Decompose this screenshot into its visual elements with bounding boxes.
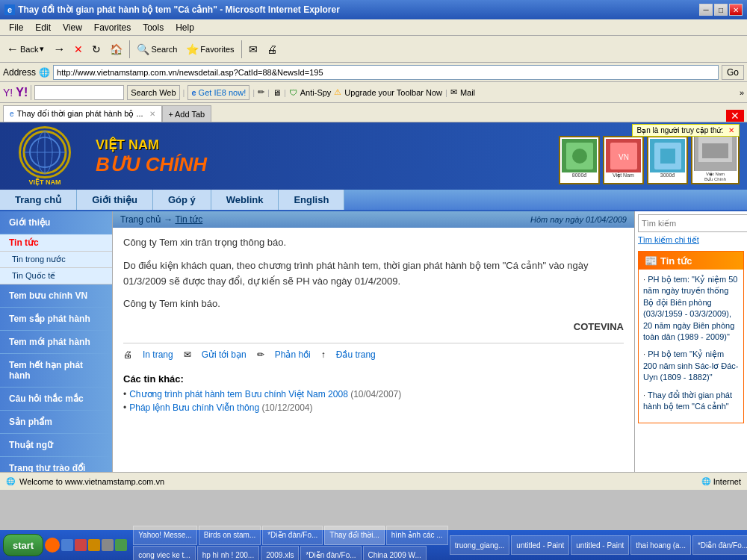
taskbar-app-dien-dan-3[interactable]: *Diễn đàn/Fo... bbox=[692, 535, 747, 555]
maximize-button[interactable]: □ bbox=[714, 4, 728, 16]
address-input[interactable] bbox=[53, 65, 719, 80]
add-tab-button[interactable]: + Add Tab bbox=[162, 105, 212, 122]
stop-button[interactable]: ✕ bbox=[70, 41, 87, 57]
sidebar-tin-quoc-te[interactable]: Tin Quốc tế bbox=[0, 268, 112, 284]
yahoo-search-web-button[interactable]: Search Web bbox=[127, 85, 179, 100]
nav-weblink[interactable]: Weblink bbox=[211, 190, 279, 210]
favorites-button[interactable]: ⭐ Favorites bbox=[182, 41, 238, 57]
home-button[interactable]: 🏠 bbox=[106, 41, 126, 57]
nav-gioi-thieu[interactable]: Giới thiệu bbox=[77, 190, 153, 210]
svg-point-6 bbox=[572, 149, 587, 164]
sidebar-tin-trong-nuoc[interactable]: Tin trong nước bbox=[0, 252, 112, 268]
news-link-2[interactable]: PH bộ tem "Kỷ niệm 200 năm sinh Sác-lơ Đ… bbox=[643, 349, 738, 382]
refresh-button[interactable]: ↻ bbox=[88, 41, 105, 57]
window-title-bar: e Thay đổi thời gian phát hành bộ tem "C… bbox=[0, 0, 747, 19]
menu-help[interactable]: Help bbox=[170, 21, 200, 34]
sidebar-san-pham[interactable]: Sản phẩm bbox=[0, 411, 112, 434]
back-button[interactable]: ← Back ▾ bbox=[3, 40, 48, 58]
nav-english[interactable]: English bbox=[279, 190, 344, 210]
taskbar-app-thay-doi[interactable]: Thay đổi thời... bbox=[324, 526, 384, 545]
sidebar-gioi-thieu[interactable]: Giới thiệu bbox=[0, 211, 112, 234]
taskbar-row-3: truong_giang... untitled - Paint untitle… bbox=[450, 535, 747, 555]
minimize-button[interactable]: ─ bbox=[699, 4, 713, 16]
news-link-3[interactable]: Thay đổi thời gian phát hành bộ tem "Cá … bbox=[643, 391, 732, 411]
news-panel: 📰 Tin tức PH bộ tem: "Kỷ niệm 50 năm ngà… bbox=[638, 251, 744, 423]
go-button[interactable]: Go bbox=[722, 65, 744, 80]
taskbar-app-birds[interactable]: Birds on stam... bbox=[199, 526, 261, 545]
taskbar-app-excel[interactable]: 2009.xls bbox=[261, 546, 299, 561]
mail-button[interactable]: ✉ bbox=[245, 41, 261, 57]
taskbar-icon-4[interactable] bbox=[102, 539, 114, 551]
sidebar-trang-thu[interactable]: Trang thư trào đổi bbox=[0, 457, 112, 472]
breadcrumb-bar: Trang chủ → Tin tức Hôm nay ngày 01/04/2… bbox=[113, 211, 634, 228]
search-button[interactable]: 🔍 Search bbox=[133, 41, 181, 57]
top-link[interactable]: Đầu trang bbox=[336, 349, 376, 360]
search-input[interactable] bbox=[638, 214, 747, 232]
tab-close-icon[interactable]: ✕ bbox=[149, 110, 155, 118]
taskbar-app-hinh-anh[interactable]: hình ảnh các ... bbox=[386, 526, 448, 545]
taskbar-app-paint-1[interactable]: untitled - Paint bbox=[511, 535, 569, 555]
related-item-2: • Pháp lệnh Bưu chính Viễn thông (10/12/… bbox=[123, 402, 624, 413]
taskbar-icon-5[interactable] bbox=[115, 539, 127, 551]
envelope-icon: ✉ bbox=[450, 87, 457, 97]
pencil-icon: ✏ bbox=[258, 87, 264, 97]
yahoo-search-input[interactable] bbox=[34, 85, 124, 100]
forward-button[interactable]: → bbox=[49, 40, 69, 58]
taskbar-app-dien-dan-1[interactable]: *Diễn đàn/Fo... bbox=[262, 526, 323, 545]
taskbar-row-2: cong viec ke t... hp hì nh ! 200... 2009… bbox=[133, 546, 447, 561]
nav-trang-chu[interactable]: Trang chủ bbox=[0, 190, 77, 210]
taskbar-icon-2[interactable] bbox=[75, 539, 87, 551]
firefox-icon[interactable] bbox=[45, 538, 60, 553]
sidebar-cau-hoi[interactable]: Câu hỏi thắc mắc bbox=[0, 388, 112, 411]
print-icon: 🖨 bbox=[267, 43, 277, 55]
menu-file[interactable]: File bbox=[3, 21, 29, 34]
sidebar-tem-moi[interactable]: Tem mới phát hành bbox=[0, 331, 112, 354]
print-button[interactable]: 🖨 bbox=[263, 41, 281, 57]
taskbar-app-paint-2[interactable]: untitled - Paint bbox=[571, 535, 629, 555]
search-detail-link[interactable]: Tìm kiếm chi tiết bbox=[638, 235, 744, 245]
sidebar-thuat-ngu[interactable]: Thuật ngữ bbox=[0, 434, 112, 457]
menu-edit[interactable]: Edit bbox=[29, 21, 57, 34]
get-ie8-button[interactable]: e Get IE8 now! bbox=[187, 85, 249, 100]
site-nav: Trang chủ Giới thiệu Góp ý Weblink Engli… bbox=[0, 190, 747, 211]
stamp-4: Việt NamBưu Chính bbox=[691, 131, 740, 184]
close-tab-button[interactable]: ✕ bbox=[726, 110, 744, 122]
internet-icon: 🌐 bbox=[701, 477, 710, 485]
menu-favorites[interactable]: Favorites bbox=[88, 21, 137, 34]
taskbar-app-hp[interactable]: hp hì nh ! 200... bbox=[197, 546, 260, 561]
related-news: Các tin khác: • Chương trình phát hành t… bbox=[113, 366, 634, 423]
taskbar-apps: Yahoo! Messe... Birds on stam... *Diễn đ… bbox=[133, 526, 447, 561]
sidebar-tem-buu-chinh[interactable]: Tem bưu chính VN bbox=[0, 284, 112, 308]
taskbar-app-truong[interactable]: truong_giang... bbox=[450, 535, 510, 555]
news-link-1[interactable]: PH bộ tem: "Kỷ niệm 50 năm ngày truyền t… bbox=[643, 275, 737, 341]
monitor-icon: 🖥 bbox=[273, 88, 281, 97]
taskbar-icon-1[interactable] bbox=[61, 539, 73, 551]
menu-view[interactable]: View bbox=[57, 21, 88, 34]
menu-tools[interactable]: Tools bbox=[137, 21, 170, 34]
taskbar-app-china[interactable]: China 2009 W... bbox=[363, 546, 427, 561]
breadcrumb-arrow: → bbox=[164, 214, 175, 225]
sidebar-tem-het-han[interactable]: Tem hết hạn phát hành bbox=[0, 354, 112, 388]
breadcrumb-home-link[interactable]: Trang chủ bbox=[120, 214, 161, 225]
search-box: GO! bbox=[638, 214, 744, 232]
taskbar-icon-3[interactable] bbox=[88, 539, 100, 551]
taskbar-app-cong-viec[interactable]: cong viec ke t... bbox=[133, 546, 195, 561]
close-button[interactable]: ✕ bbox=[729, 4, 743, 16]
related-title: Các tin khác: bbox=[123, 373, 624, 385]
breadcrumb-section-link[interactable]: Tin tức bbox=[175, 214, 202, 225]
current-tab[interactable]: e Thay đổi thời gian phát hành bộ ... ✕ bbox=[3, 105, 162, 122]
send-link[interactable]: Gửi tới bạn bbox=[202, 349, 247, 360]
start-button[interactable]: start bbox=[3, 534, 43, 556]
related-link-2[interactable]: Pháp lệnh Bưu chính Viễn thông bbox=[129, 402, 259, 413]
yahoo-sep-1 bbox=[31, 85, 31, 100]
taskbar-app-yahoo[interactable]: Yahoo! Messe... bbox=[133, 526, 197, 545]
reply-link[interactable]: Phản hồi bbox=[275, 349, 311, 360]
related-link-1[interactable]: Chương trình phát hành tem Bưu chính Việ… bbox=[129, 389, 348, 399]
close-notice-button[interactable]: ✕ bbox=[728, 126, 734, 134]
sidebar-tem-sap[interactable]: Tem sắp phát hành bbox=[0, 308, 112, 331]
nav-gop-y[interactable]: Góp ý bbox=[153, 190, 211, 210]
taskbar-app-dien-dan-2[interactable]: *Diễn đàn/Fo... bbox=[300, 546, 361, 561]
taskbar-app-thai[interactable]: thai hoang (a... bbox=[630, 535, 691, 555]
sidebar-tin-tuc[interactable]: Tin tức bbox=[0, 234, 112, 252]
print-link[interactable]: In trang bbox=[143, 349, 173, 360]
